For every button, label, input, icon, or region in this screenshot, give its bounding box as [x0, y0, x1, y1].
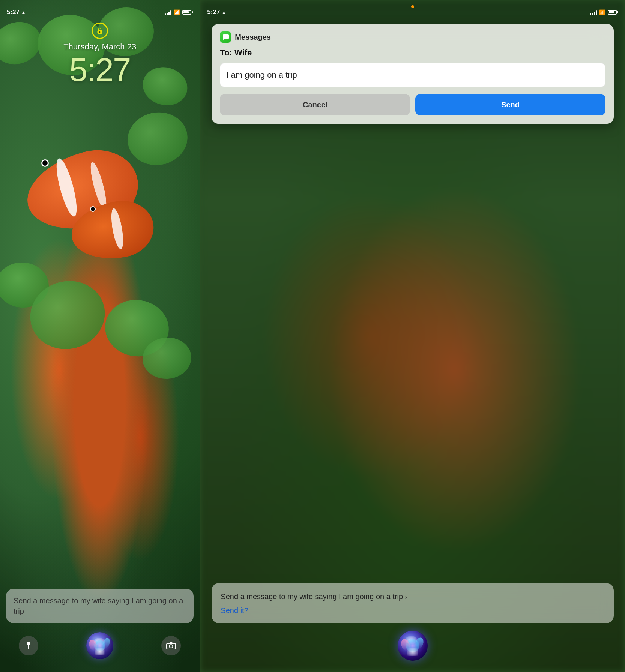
status-time-right: 5:27 ▲ [207, 9, 226, 16]
siri-light [95, 648, 105, 656]
signal-bars-right [590, 10, 597, 15]
location-arrow-left: ▲ [21, 10, 26, 15]
siri-bubble-right: Send a message to my wife saying I am go… [212, 583, 614, 623]
battery-body-left [182, 10, 191, 15]
svg-point-3 [170, 645, 173, 648]
signal-bar-r3 [594, 12, 595, 15]
siri-text-left: Send a message to my wife saying I am go… [14, 596, 186, 616]
status-icons-right: 📶 [590, 9, 618, 15]
lock-date: Thursday, March 23 [63, 42, 136, 52]
signal-bars-left [165, 10, 171, 15]
messages-app-icon [220, 32, 231, 43]
svg-point-1 [99, 32, 101, 33]
messages-bubble-icon [222, 34, 229, 40]
signal-bar-2 [167, 13, 168, 15]
status-bar-right: 5:27 ▲ 📶 [200, 0, 625, 20]
flashlight-button[interactable] [19, 636, 38, 656]
siri-orb-container-left[interactable] [86, 632, 113, 659]
siri-orb-right [398, 631, 428, 661]
siri-bubble-left: Send a message to my wife saying I am go… [6, 589, 194, 623]
battery-body-right [608, 10, 617, 15]
lock-icon-circle [92, 22, 108, 39]
time-text-right: 5:27 [207, 9, 220, 16]
svg-rect-4 [170, 642, 173, 644]
right-phone: 5:27 ▲ 📶 [200, 0, 625, 672]
signal-bar-3 [168, 12, 170, 15]
signal-bar-r1 [590, 14, 591, 15]
orange-dot-indicator [411, 5, 414, 8]
status-icons-left: 📶 [165, 9, 193, 15]
battery-fill-right [609, 11, 614, 14]
fish-eye-1 [41, 159, 49, 167]
siri-orb-container-right[interactable] [398, 631, 428, 661]
battery-icon-left [182, 10, 193, 15]
signal-bar-r2 [592, 13, 593, 15]
signal-bar-r4 [596, 10, 597, 15]
battery-tip-right [617, 11, 618, 14]
wifi-icon-left: 📶 [174, 9, 180, 15]
location-arrow-right: ▲ [221, 10, 226, 15]
siri-bubble-text-right: Send a message to my wife saying I am go… [221, 592, 403, 601]
lock-icon [96, 27, 104, 35]
signal-bar-4 [170, 10, 171, 15]
fish-eye-2 [90, 206, 96, 212]
camera-icon [166, 642, 176, 650]
send-button[interactable]: Send [415, 94, 605, 116]
time-text-left: 5:27 [7, 9, 20, 16]
messages-header: Messages [220, 32, 605, 43]
lock-screen-content: Thursday, March 23 5:27 [0, 22, 200, 86]
messages-title: Messages [235, 33, 271, 42]
lock-time-display: 5:27 [69, 53, 131, 86]
messages-buttons: Cancel Send [220, 94, 605, 116]
fish-illustration [11, 139, 169, 270]
left-phone: 5:27 ▲ 📶 [0, 0, 200, 672]
battery-icon-right [608, 10, 618, 15]
status-bar-left: 5:27 ▲ 📶 [0, 0, 200, 20]
siri-orb-left [86, 632, 113, 659]
flashlight-icon [24, 641, 33, 650]
bottom-bar-left [0, 627, 200, 672]
siri-main-text: Send a message to my wife saying I am go… [221, 591, 605, 602]
camera-button[interactable] [161, 636, 181, 656]
siri-send-link[interactable]: Send it? [221, 606, 248, 615]
messages-body-text: I am going on a trip [226, 70, 297, 80]
battery-tip-left [192, 11, 193, 14]
messages-to: To: Wife [220, 48, 605, 58]
cancel-button[interactable]: Cancel [220, 94, 410, 116]
status-time-left: 5:27 ▲ [7, 9, 26, 16]
wifi-icon-right: 📶 [599, 9, 605, 15]
messages-card: Messages To: Wife I am going on a trip C… [212, 24, 614, 124]
messages-body-box: I am going on a trip [220, 63, 605, 87]
signal-bar-1 [165, 14, 166, 15]
battery-fill-left [183, 11, 189, 14]
siri-light-r [407, 648, 418, 656]
siri-chevron: › [405, 593, 407, 601]
